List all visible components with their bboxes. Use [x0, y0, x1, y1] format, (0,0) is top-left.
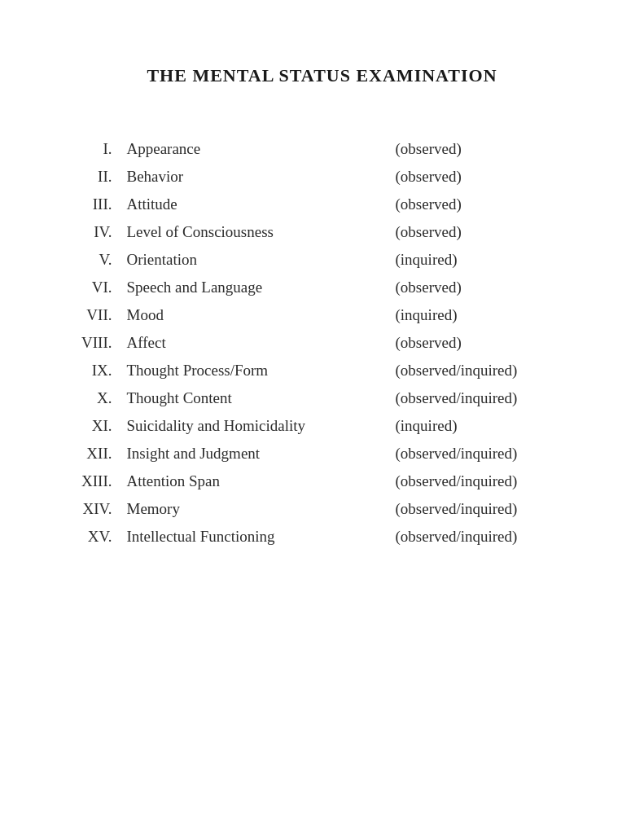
- item-number: VIII.: [70, 334, 127, 352]
- item-number: XV.: [70, 528, 127, 546]
- item-method: (observed/inquired): [396, 362, 575, 380]
- item-method: (observed): [396, 279, 575, 296]
- list-item: V.Orientation(inquired): [70, 246, 575, 274]
- item-method: (inquired): [396, 417, 575, 435]
- item-label: Level of Consciousness: [127, 223, 396, 241]
- list-item: VI.Speech and Language(observed): [70, 274, 575, 301]
- item-number: I.: [70, 140, 127, 158]
- item-label: Insight and Judgment: [127, 445, 396, 463]
- item-number: XIV.: [70, 500, 127, 518]
- item-label: Intellectual Functioning: [127, 528, 396, 546]
- exam-list: I.Appearance(observed)II.Behavior(observ…: [70, 135, 575, 551]
- item-method: (observed): [396, 223, 575, 241]
- list-item: XI.Suicidality and Homicidality(inquired…: [70, 412, 575, 440]
- list-item: I.Appearance(observed): [70, 135, 575, 163]
- item-method: (observed/inquired): [396, 528, 575, 546]
- item-method: (observed): [396, 140, 575, 158]
- item-method: (inquired): [396, 306, 575, 324]
- item-label: Behavior: [127, 168, 396, 186]
- list-item: XIV.Memory(observed/inquired): [70, 495, 575, 523]
- item-method: (observed): [396, 195, 575, 213]
- list-item: VIII.Affect(observed): [70, 329, 575, 357]
- item-label: Speech and Language: [127, 279, 396, 296]
- item-label: Orientation: [127, 251, 396, 269]
- item-label: Memory: [127, 500, 396, 518]
- item-number: IV.: [70, 223, 127, 241]
- item-label: Suicidality and Homicidality: [127, 417, 396, 435]
- item-number: XIII.: [70, 472, 127, 490]
- item-label: Thought Content: [127, 389, 396, 407]
- item-number: III.: [70, 195, 127, 213]
- page: THE MENTAL STATUS EXAMINATION I.Appearan…: [0, 0, 644, 834]
- list-item: IV.Level of Consciousness(observed): [70, 218, 575, 246]
- item-label: Thought Process/Form: [127, 362, 396, 380]
- item-number: VII.: [70, 306, 127, 324]
- list-item: VII.Mood(inquired): [70, 301, 575, 329]
- item-method: (observed/inquired): [396, 445, 575, 463]
- item-number: VI.: [70, 279, 127, 296]
- item-number: II.: [70, 168, 127, 186]
- item-label: Attention Span: [127, 472, 396, 490]
- item-method: (observed/inquired): [396, 500, 575, 518]
- item-label: Affect: [127, 334, 396, 352]
- item-label: Appearance: [127, 140, 396, 158]
- item-method: (inquired): [396, 251, 575, 269]
- list-item: XII.Insight and Judgment(observed/inquir…: [70, 440, 575, 467]
- item-method: (observed): [396, 168, 575, 186]
- item-method: (observed/inquired): [396, 389, 575, 407]
- item-number: XI.: [70, 417, 127, 435]
- page-title: THE MENTAL STATUS EXAMINATION: [147, 65, 497, 86]
- item-label: Mood: [127, 306, 396, 324]
- item-method: (observed): [396, 334, 575, 352]
- item-method: (observed/inquired): [396, 472, 575, 490]
- list-item: X.Thought Content(observed/inquired): [70, 384, 575, 412]
- item-number: V.: [70, 251, 127, 269]
- list-item: XIII.Attention Span(observed/inquired): [70, 467, 575, 495]
- item-number: X.: [70, 389, 127, 407]
- item-label: Attitude: [127, 195, 396, 213]
- item-number: XII.: [70, 445, 127, 463]
- list-item: XV.Intellectual Functioning(observed/inq…: [70, 523, 575, 551]
- list-item: IX.Thought Process/Form(observed/inquire…: [70, 357, 575, 384]
- list-item: II.Behavior(observed): [70, 163, 575, 191]
- item-number: IX.: [70, 362, 127, 380]
- list-item: III.Attitude(observed): [70, 191, 575, 218]
